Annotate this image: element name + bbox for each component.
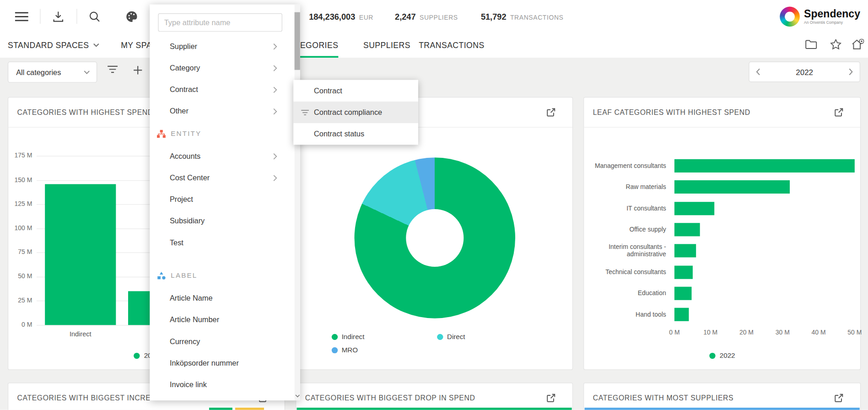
search-button[interactable] xyxy=(89,11,100,22)
external-link-icon xyxy=(546,393,556,403)
menu-item-invoice-link[interactable]: Invoice link xyxy=(150,374,293,395)
donut-legend-item: Indirect xyxy=(332,333,365,340)
theme-palette-button[interactable] xyxy=(125,10,138,23)
toolbar-separator xyxy=(76,9,77,24)
filter-button[interactable] xyxy=(107,65,118,76)
hamburger-menu-button[interactable] xyxy=(15,11,28,21)
chart-peek-strip xyxy=(235,408,264,410)
submenu-item-contract-compliance[interactable]: Contract compliance xyxy=(293,102,418,123)
donut-legend-item: Direct xyxy=(437,333,465,340)
top-bar: 184,236,003 EUR 2,247 SUPPLIERS 51,792 T… xyxy=(0,0,868,33)
menu-item-label: Category xyxy=(170,64,200,72)
donut-legend-dot-1 xyxy=(437,334,443,340)
palette-icon xyxy=(125,10,138,23)
open-card-button[interactable] xyxy=(546,108,556,117)
leaf-spend-legend: 2022 xyxy=(584,351,860,359)
label-shapes-icon xyxy=(157,271,166,280)
menu-item-currency[interactable]: Currency xyxy=(150,330,293,352)
card-header: LEAF CATEGORIES WITH HIGHEST SPEND xyxy=(584,97,860,127)
submenu-item-contract[interactable]: Contract xyxy=(293,80,418,102)
card-leaf-highest-spend: LEAF CATEGORIES WITH HIGHEST SPEND Manag… xyxy=(583,97,861,370)
menu-section-entity: ENTITY xyxy=(150,123,293,144)
search-icon xyxy=(89,11,100,22)
submenu-item-contract-status[interactable]: Contract status xyxy=(293,123,418,145)
app-window: 184,236,003 EUR 2,247 SUPPLIERS 51,792 T… xyxy=(0,0,868,410)
spendency-logo-icon xyxy=(780,6,800,27)
external-link-icon xyxy=(834,108,844,117)
chevron-right-icon xyxy=(273,174,277,181)
filter-lines-icon xyxy=(107,65,118,73)
chart-peek-strip xyxy=(585,408,860,410)
donut-legend-item: MRO xyxy=(332,346,358,354)
menu-item-accounts[interactable]: Accounts xyxy=(150,146,293,167)
menu-item-inkopsorder-nummer[interactable]: Inköpsorder nummer xyxy=(150,352,293,374)
menu-item-article-name[interactable]: Article Name xyxy=(150,287,293,309)
menu-item-contract[interactable]: Contract xyxy=(150,79,293,100)
attribute-search-input[interactable] xyxy=(158,13,282,32)
menu-item-article-number[interactable]: Article Number xyxy=(150,309,293,330)
tab-suppliers[interactable]: SUPPLIERS xyxy=(363,33,410,58)
menu-item-cost-center[interactable]: Cost Center xyxy=(150,167,293,189)
submenu-item-label: Contract compliance xyxy=(314,108,382,116)
tab-transactions[interactable]: TRANSACTIONS xyxy=(419,33,485,58)
card-title: CATEGORIES WITH MOST SUPPLIERS xyxy=(593,394,834,402)
standard-spaces-label: STANDARD SPACES xyxy=(8,41,89,49)
total-spend-unit: EUR xyxy=(359,14,373,21)
category-filter-dropdown[interactable]: All categories xyxy=(8,62,97,83)
donut-legend-dot-2 xyxy=(332,347,338,353)
year-selector[interactable]: 2022 xyxy=(749,62,860,82)
chevron-right-icon xyxy=(273,65,277,71)
tab-transactions-label: TRANSACTIONS xyxy=(419,41,485,49)
scrollbar[interactable] xyxy=(295,5,300,400)
standard-spaces-menu[interactable]: STANDARD SPACES xyxy=(8,33,100,58)
menu-item-other[interactable]: Other xyxy=(150,100,293,122)
scrollbar-thumb[interactable] xyxy=(295,12,300,70)
add-dashboard-button[interactable] xyxy=(852,38,864,52)
previous-year-button[interactable] xyxy=(756,68,760,76)
menu-item-label: Invoice link xyxy=(170,381,207,389)
chevron-right-icon xyxy=(849,68,853,76)
menu-item-label: Accounts xyxy=(170,152,200,160)
transactions-count: 51,792 xyxy=(481,11,507,21)
card-most-suppliers: CATEGORIES WITH MOST SUPPLIERS xyxy=(583,383,861,410)
chart-peek-strip xyxy=(209,408,232,410)
menu-item-label: Subsidiary xyxy=(170,217,205,225)
filter-lines-icon xyxy=(301,109,309,115)
brand-name: Spendency xyxy=(804,8,860,19)
menu-item-label: Article Number xyxy=(170,316,219,324)
leaf-spend-chart: Management consultantsRaw materialsIT co… xyxy=(591,155,855,338)
suppliers-count: 2,247 xyxy=(395,11,416,21)
menu-item-supplier[interactable]: Supplier xyxy=(150,36,293,57)
menu-item-test[interactable]: Test xyxy=(150,232,293,254)
open-card-button[interactable] xyxy=(834,108,844,117)
highest-spend-yaxis: 0 M25 M50 M75 M100 M125 M150 M175 M xyxy=(8,156,32,325)
menu-item-label: Cost Center xyxy=(170,173,210,182)
open-card-button[interactable] xyxy=(834,393,844,403)
spaces-folder-button[interactable] xyxy=(805,39,818,51)
menu-item-label: Test xyxy=(170,238,183,247)
card-title: CATEGORIES WITH BIGGEST DROP IN SPEND xyxy=(305,394,546,402)
download-button[interactable] xyxy=(52,10,65,22)
submenu-item-label: Contract status xyxy=(314,130,364,138)
menu-item-label: Contract xyxy=(170,86,198,94)
favorites-button[interactable] xyxy=(830,39,841,52)
external-link-icon xyxy=(834,393,844,403)
menu-item-label: Article Name xyxy=(170,294,213,302)
next-year-button[interactable] xyxy=(849,68,853,76)
brand-tagline: An Onventis Company xyxy=(804,21,860,25)
menu-item-project[interactable]: Project xyxy=(150,189,293,210)
menu-item-category[interactable]: Category xyxy=(150,57,293,79)
total-spend-value: 184,236,003 xyxy=(309,11,355,21)
menu-item-subsidiary[interactable]: Subsidiary xyxy=(150,210,293,232)
scroll-down-arrow-icon[interactable] xyxy=(295,394,300,398)
donut-hole xyxy=(406,209,464,267)
donut-legend-label: Direct xyxy=(447,333,465,340)
menu-item-label: Other xyxy=(170,107,189,115)
org-chart-icon xyxy=(157,129,166,138)
suppliers-unit: SUPPLIERS xyxy=(420,14,458,21)
menu-section-label: ENTITY xyxy=(171,130,201,138)
add-filter-button[interactable] xyxy=(133,65,143,77)
chevron-down-icon xyxy=(84,70,90,74)
open-card-button[interactable] xyxy=(546,393,556,403)
chevron-right-icon xyxy=(273,43,277,50)
